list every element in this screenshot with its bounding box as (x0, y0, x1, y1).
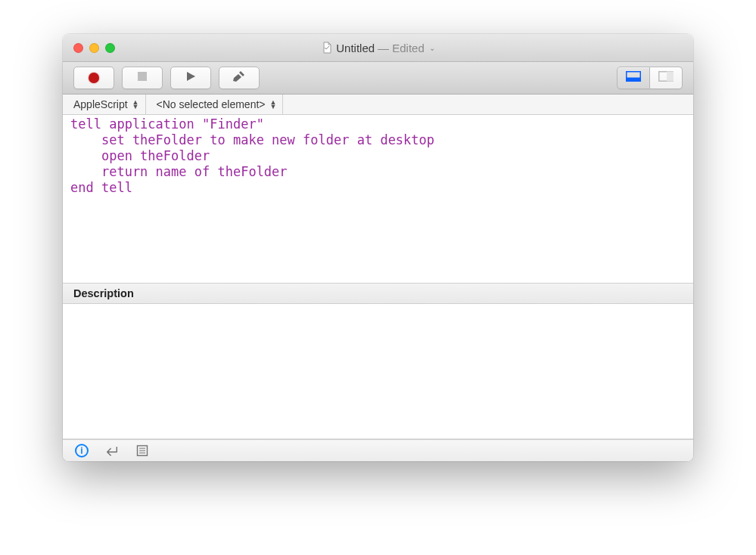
document-icon (321, 42, 333, 54)
zoom-button[interactable] (105, 43, 115, 53)
stop-icon (137, 71, 148, 85)
status-bar: i (63, 439, 693, 461)
window-title-area: Untitled — Edited ⌄ (63, 42, 693, 54)
result-view-button[interactable] (617, 67, 650, 89)
script-editor-window: Untitled — Edited ⌄ (63, 34, 693, 461)
run-button[interactable] (170, 67, 211, 89)
svg-rect-3 (627, 78, 641, 82)
list-icon (136, 445, 148, 457)
stop-button[interactable] (122, 67, 163, 89)
compile-button[interactable] (219, 67, 260, 89)
run-icon (185, 70, 197, 85)
svg-marker-1 (187, 72, 195, 81)
stepper-icon: ▲▼ (269, 100, 277, 109)
log-pane-icon (658, 71, 674, 85)
element-popup[interactable]: <No selected element> ▲▼ (146, 95, 284, 114)
view-mode-segmented (617, 67, 683, 89)
traffic-lights (63, 43, 115, 53)
log-view-button[interactable] (650, 67, 683, 89)
navigation-bar: AppleScript ▲▼ <No selected element> ▲▼ (63, 95, 693, 115)
svg-rect-5 (667, 72, 674, 82)
return-icon (105, 445, 119, 457)
close-button[interactable] (73, 43, 83, 53)
svg-rect-0 (138, 72, 147, 81)
minimize-button[interactable] (89, 43, 99, 53)
code-editor[interactable]: tell application "Finder" set theFolder … (63, 115, 693, 283)
window-title: Untitled (336, 42, 375, 54)
description-header: Description (63, 283, 693, 304)
event-log-button[interactable] (105, 444, 119, 457)
language-popup[interactable]: AppleScript ▲▼ (63, 95, 146, 114)
info-button[interactable]: i (75, 444, 89, 457)
build-icon (232, 70, 246, 86)
window-edited-label: — Edited (378, 42, 425, 54)
description-label: Description (73, 287, 134, 299)
result-pane-icon (626, 71, 641, 85)
record-button[interactable] (73, 67, 114, 89)
accessory-view-button[interactable] (135, 444, 149, 457)
language-label: AppleScript (73, 98, 128, 110)
record-icon (89, 73, 99, 83)
title-dropdown-icon[interactable]: ⌄ (428, 44, 435, 52)
element-label: <No selected element> (157, 98, 266, 110)
description-body[interactable] (63, 304, 693, 439)
toolbar (63, 62, 693, 95)
stepper-icon: ▲▼ (131, 100, 139, 109)
info-icon: i (75, 444, 89, 457)
titlebar: Untitled — Edited ⌄ (63, 34, 693, 62)
